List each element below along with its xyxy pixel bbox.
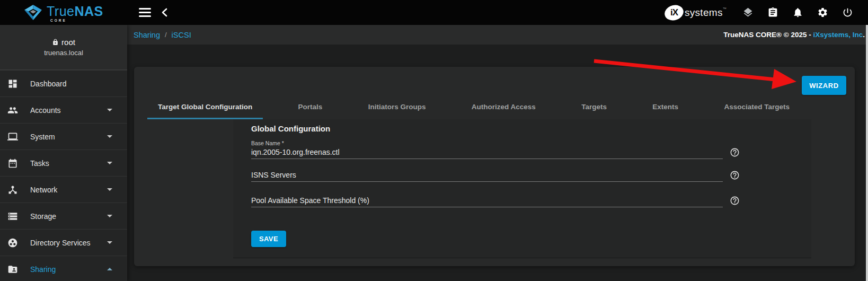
system-laptop-icon xyxy=(7,131,18,142)
tab-targets[interactable]: Targets xyxy=(571,95,617,119)
window-scrollbar[interactable] xyxy=(866,25,868,281)
settings-gear-icon[interactable] xyxy=(817,7,828,18)
iscsi-card: WIZARD Target Global Configuration Porta… xyxy=(134,67,855,266)
help-icon[interactable] xyxy=(730,196,740,206)
lock-icon xyxy=(52,39,59,46)
iscsi-tabs: Target Global Configuration Portals Init… xyxy=(147,95,800,119)
ixsystems-link[interactable]: iXsystems, Inc xyxy=(813,31,863,39)
isns-servers-input[interactable]: ISNS Servers xyxy=(251,170,723,182)
chevron-down-icon xyxy=(107,135,112,138)
truenas-logo[interactable]: TrueNAS CORE xyxy=(23,4,103,22)
sidebar-user-block: root truenas.local xyxy=(0,25,127,70)
hostname: truenas.local xyxy=(44,49,83,57)
accounts-people-icon xyxy=(7,105,18,116)
sidebar-item-network[interactable]: Network xyxy=(0,176,127,203)
menu-icon[interactable] xyxy=(139,8,151,17)
truecommand-layers-icon[interactable] xyxy=(742,7,754,18)
tab-portals[interactable]: Portals xyxy=(288,95,333,119)
power-icon[interactable] xyxy=(842,7,853,18)
help-icon[interactable] xyxy=(730,170,740,180)
tab-associated-targets[interactable]: Associated Targets xyxy=(713,95,800,119)
field-pool-threshold: Pool Available Space Threshold (%) xyxy=(251,195,740,207)
base-name-label: Base Name * xyxy=(251,139,740,147)
network-hub-icon xyxy=(7,185,18,195)
sharing-folder-icon xyxy=(7,264,18,275)
wizard-button[interactable]: WIZARD xyxy=(802,76,846,95)
field-isns-servers: ISNS Servers xyxy=(251,170,740,182)
sidebar-item-system[interactable]: System xyxy=(0,123,127,150)
ixsystems-logo[interactable]: iX systems™ xyxy=(665,5,727,20)
tab-authorized-access[interactable]: Authorized Access xyxy=(461,95,546,119)
brand-wordmark: TrueNAS xyxy=(47,4,103,18)
user-name: root xyxy=(61,38,75,47)
chevron-down-icon xyxy=(107,188,112,191)
chevron-down-icon xyxy=(107,215,112,217)
breadcrumb-separator: / xyxy=(165,31,167,39)
help-icon[interactable] xyxy=(730,147,740,157)
chevron-up-icon xyxy=(107,268,112,270)
truenas-window: TrueNAS CORE iX systems™ xyxy=(0,0,868,281)
chevron-left-icon[interactable] xyxy=(161,8,168,17)
global-configuration-form: Global Configuration Base Name * iqn.200… xyxy=(233,119,811,258)
sidebar-item-directory-services[interactable]: Directory Services xyxy=(0,229,127,256)
brand-edition-label: CORE xyxy=(50,19,103,22)
header-strip: Sharing / iSCSI TrueNAS CORE® © 2025 - i… xyxy=(127,25,868,45)
sidebar-item-accounts[interactable]: Accounts xyxy=(0,96,127,123)
breadcrumb-iscsi[interactable]: iSCSI xyxy=(172,31,191,39)
notifications-bell-icon[interactable] xyxy=(792,7,803,18)
breadcrumb-sharing[interactable]: Sharing xyxy=(134,31,160,39)
task-manager-clipboard-icon[interactable] xyxy=(767,7,778,18)
chevron-down-icon xyxy=(107,241,112,244)
field-base-name: Base Name * iqn.2005-10.org.freenas.ctl xyxy=(251,139,740,159)
sidebar-item-storage[interactable]: Storage xyxy=(0,203,127,229)
copyright-text: TrueNAS CORE® © 2025 - iXsystems, Inc. xyxy=(723,31,865,39)
tab-extents[interactable]: Extents xyxy=(642,95,689,119)
topbar: TrueNAS CORE iX systems™ xyxy=(0,0,868,25)
sidebar-item-dashboard[interactable]: Dashboard xyxy=(0,70,127,96)
sidebar: root truenas.local Dashboard Accounts Sy… xyxy=(0,25,127,281)
tab-initiators-groups[interactable]: Initiators Groups xyxy=(358,95,437,119)
save-button[interactable]: SAVE xyxy=(251,231,286,247)
breadcrumb: Sharing / iSCSI xyxy=(134,31,191,39)
chevron-down-icon xyxy=(107,162,112,164)
sidebar-item-sharing[interactable]: Sharing xyxy=(0,256,127,281)
tab-target-global-configuration[interactable]: Target Global Configuration xyxy=(147,95,263,119)
tasks-calendar-icon xyxy=(7,158,18,169)
directory-services-icon xyxy=(7,238,18,248)
chevron-down-icon xyxy=(107,109,112,111)
ixsystems-logo-text: systems™ xyxy=(685,7,727,19)
dashboard-icon xyxy=(7,78,18,89)
base-name-input[interactable]: iqn.2005-10.org.freenas.ctl xyxy=(251,147,723,159)
content-area: WIZARD Target Global Configuration Porta… xyxy=(127,45,868,281)
pool-threshold-input[interactable]: Pool Available Space Threshold (%) xyxy=(251,195,723,207)
form-title: Global Configuration xyxy=(251,124,740,134)
sidebar-item-tasks[interactable]: Tasks xyxy=(0,150,127,176)
truenas-logo-icon xyxy=(23,4,43,21)
ixsystems-logo-mark: iX xyxy=(663,3,685,22)
storage-icon xyxy=(7,211,18,222)
